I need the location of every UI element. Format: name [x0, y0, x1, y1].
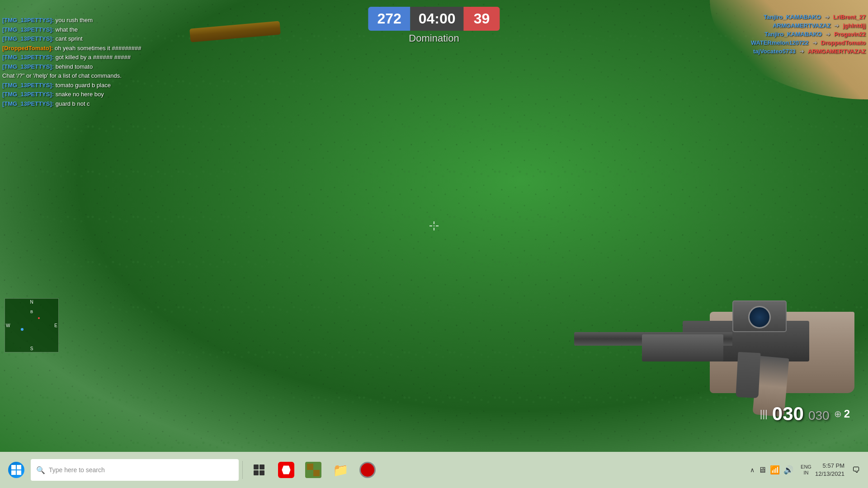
notification-area: ∧ 🖥 📶 🔊: [746, 465, 797, 475]
chat-line: [TMG_13PETTYS]: what the: [2, 25, 170, 34]
start-button[interactable]: [4, 457, 29, 483]
svg-rect-6: [254, 470, 259, 475]
minimap-west: W: [6, 323, 10, 328]
notification-icon: 🗨: [852, 465, 860, 475]
chat-line: [TMG_13PETTYS]: you rush them: [2, 16, 170, 25]
chat-area: [TMG_13PETTYS]: you rush them[TMG_13PETT…: [2, 16, 170, 108]
svg-rect-1: [17, 465, 21, 469]
minecraft-button[interactable]: [301, 457, 326, 483]
ammo-icon: |||: [760, 408, 768, 420]
svg-marker-8: [282, 465, 290, 474]
clock-date: 12/13/2021: [815, 470, 844, 478]
svg-rect-0: [11, 465, 16, 469]
volume-icon: 🔊: [783, 465, 793, 475]
svg-rect-3: [17, 470, 21, 475]
task-view-button[interactable]: [246, 457, 272, 483]
ammo-hud: ||| 030 030 ⊕ 2: [760, 403, 850, 425]
gun-handguard: [642, 334, 723, 361]
ammo-extra: ⊕ 2: [834, 408, 850, 420]
svg-rect-2: [11, 470, 16, 475]
roblox-icon: [278, 462, 294, 478]
svg-rect-4: [254, 465, 259, 469]
game-mode-label: Domination: [409, 33, 459, 44]
scoreboard-row: WATERmelon120722 ➜ DroppedTomato: [676, 39, 866, 46]
chat-line: Chat '/?'' or '/help' for a list of chat…: [2, 71, 170, 80]
grenade-count: 2: [844, 408, 850, 420]
clock-area[interactable]: 5:57 PM 12/13/2021: [815, 462, 844, 478]
clock-time: 5:57 PM: [815, 462, 844, 470]
svg-rect-9: [307, 464, 313, 470]
language-indicator: ENG IN: [801, 464, 811, 476]
gun-scope: [732, 300, 787, 332]
chat-line: [TMG_13PETTYS]: cant sprint: [2, 34, 170, 43]
search-placeholder: Type here to search: [49, 466, 105, 474]
gun-body: [538, 235, 868, 416]
app-button[interactable]: [355, 457, 380, 483]
gun-magazine: [736, 352, 760, 398]
app-icon: [359, 462, 376, 478]
search-icon: 🔍: [36, 466, 45, 474]
chat-line: [TMG_13PETTYS]: snake no here boy: [2, 90, 170, 99]
minimap: N S E W B: [5, 298, 59, 352]
notification-button[interactable]: 🗨: [848, 457, 864, 483]
svg-rect-11: [307, 470, 313, 476]
chat-line: [TMG_13PETTYS]: guard b not c: [2, 99, 170, 108]
network-icon: 🖥: [758, 465, 766, 475]
taskbar: 🔍 Type here to search: [0, 452, 868, 488]
score-blue: 272: [368, 7, 410, 31]
svg-rect-10: [313, 464, 320, 470]
ammo-current: 030: [772, 403, 804, 425]
score-red: 39: [464, 7, 500, 31]
hud-top: 272 04:00 39: [368, 7, 500, 31]
minimap-enemy: [38, 317, 40, 319]
svg-rect-7: [259, 470, 264, 475]
lang-sub: IN: [801, 470, 811, 476]
grenade-icon: ⊕: [834, 408, 842, 419]
chevron-up-icon[interactable]: ∧: [750, 466, 755, 474]
game-timer: 04:00: [410, 7, 464, 31]
svg-rect-12: [313, 470, 320, 476]
gun-scope-lens: [748, 306, 771, 328]
svg-rect-5: [259, 465, 264, 469]
taskbar-divider: [242, 461, 243, 479]
scoreboard-row: Tanjiro_KAMABAKO ➜ LriBrent_27: [676, 14, 866, 20]
minimap-north: N: [30, 300, 33, 305]
game-viewport: 272 04:00 39 Domination [TMG_13PETTYS]: …: [0, 0, 868, 452]
scoreboard-row: tajVocateo5733 ➜ ARMGAMERTVAZAZ: [676, 48, 866, 55]
chat-line: [TMG_13PETTYS]: got killed by a ###### #…: [2, 53, 170, 62]
minecraft-icon: [305, 462, 321, 478]
chat-line: [TMG_13PETTYS]: behind tomato: [2, 62, 170, 71]
search-bar[interactable]: 🔍 Type here to search: [31, 459, 239, 481]
minimap-b-marker: B: [30, 310, 33, 314]
scoreboard-row: Tanjiro_KAMABAKO ➜ Progavin22: [676, 31, 866, 38]
chat-line: [DroppedTomato]: oh yeah sometimes it ##…: [2, 44, 170, 53]
minimap-player: [21, 328, 24, 331]
windows-logo: [8, 462, 24, 478]
minimap-south: S: [30, 346, 33, 351]
folder-icon: 📁: [333, 463, 349, 478]
ammo-reserve: 030: [808, 408, 830, 423]
taskbar-right: ∧ 🖥 📶 🔊 ENG IN 5:57 PM 12/13/2021 🗨: [746, 457, 864, 483]
minimap-east: E: [54, 323, 57, 328]
minimap-labels: N S E W B: [5, 299, 58, 352]
lang-label: ENG: [801, 464, 811, 470]
scoreboard: Tanjiro_KAMABAKO ➜ LriBrent_27 ARMGAMERT…: [676, 14, 866, 56]
chat-line: [TMG_13PETTYS]: tomato guard b place: [2, 81, 170, 90]
wifi-icon: 📶: [770, 465, 780, 475]
roblox-taskbar-button[interactable]: [274, 457, 299, 483]
file-explorer-button[interactable]: 📁: [328, 457, 353, 483]
scoreboard-row: ARMGAMERTVAZAZ ➜ jghIntdjj: [676, 22, 866, 29]
